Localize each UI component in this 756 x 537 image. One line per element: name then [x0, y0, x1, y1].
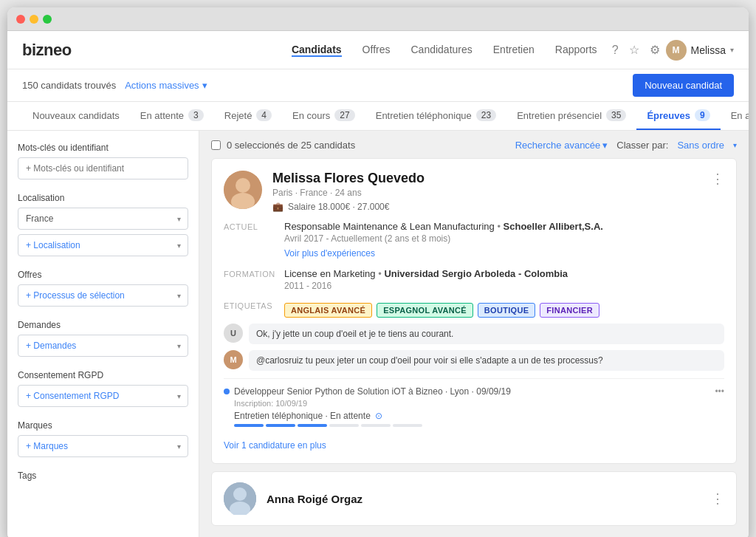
nav-item-offres[interactable]: Offres: [362, 44, 391, 57]
candidate-location: Paris · France · 24 ans: [272, 188, 701, 198]
etiquette-anglais: ANGLAIS AVANCÉ: [284, 303, 372, 318]
tab-label: En attente: [140, 110, 184, 121]
maximize-button[interactable]: [43, 15, 52, 24]
tab-label: Entretien téléphonique: [376, 110, 472, 121]
comment-avatar-1: U: [224, 324, 243, 343]
candidates-count: 150 candidats trouvés: [22, 80, 116, 91]
tab-label: Épreuves: [647, 110, 690, 121]
candidature-job-text: Développeur Senior Python de Solution iO…: [234, 386, 511, 397]
candidature-job: Développeur Senior Python de Solution iO…: [224, 386, 724, 397]
help-icon[interactable]: ?: [612, 44, 619, 57]
filter-label-demandes: Demandes: [18, 320, 188, 330]
tab-label: Rejeté: [224, 110, 252, 121]
progress-bar-2: [266, 424, 295, 427]
salary-text: Salaire 18.000€ · 27.000€: [288, 202, 389, 212]
settings-icon[interactable]: ⚙: [650, 43, 660, 57]
content-area: 0 seleccionés de 25 candidats Recherche …: [199, 131, 749, 537]
candidature-more-button[interactable]: •••: [715, 386, 724, 397]
nav-item-candidats[interactable]: Candidats: [292, 44, 342, 57]
etiquette-financier: FINANCIER: [540, 303, 599, 318]
user-badge[interactable]: M Melissa ▾: [666, 40, 734, 61]
filter-group-offres: Offres + Processus de sélection ▾: [18, 270, 188, 307]
second-candidate-info: Anna Roigé Orgaz: [267, 493, 362, 505]
actuel-content: Responsable Maintenance & Lean Manufactu…: [284, 221, 724, 259]
voir-candidature-link[interactable]: Voir 1 candidature en plus: [224, 440, 326, 451]
chevron-down-icon: ▾: [733, 141, 737, 149]
nav-icons: ? ☆ ⚙: [612, 43, 660, 57]
marques-select-wrapper: + Marques ▾: [18, 435, 188, 457]
consentement-select-wrapper: + Consentement RGPD ▾: [18, 385, 188, 407]
mots-cles-input[interactable]: [18, 157, 188, 179]
tab-label: Nouveaux candidats: [32, 110, 120, 121]
dot-icon: [224, 389, 230, 394]
chevron-down-icon: ▾: [202, 80, 207, 91]
formation-title: License en Marketing • Universidad Sergi…: [284, 268, 724, 279]
chevron-down-icon: ▾: [602, 140, 608, 151]
chevron-down-icon: ▾: [730, 46, 734, 54]
tab-epreuves[interactable]: Épreuves 9: [636, 102, 720, 130]
comment-row-1: U Ok, j'y jette un coup d'oeil et je te …: [224, 324, 724, 344]
tab-label: En cours: [292, 110, 330, 121]
sidebar: Mots-clés ou identifiant Localisation Fr…: [7, 131, 199, 537]
tab-en-cours[interactable]: En cours 27: [282, 102, 365, 130]
tab-label: En attente: [731, 110, 749, 121]
tab-en-attente-1[interactable]: En attente 3: [130, 102, 214, 130]
formation-label: FORMATION: [224, 268, 275, 291]
actions-massives-label: Actions massives: [125, 80, 199, 91]
candidate-avatar: [224, 171, 262, 209]
traffic-lights: [16, 15, 52, 24]
main-layout: Mots-clés ou identifiant Localisation Fr…: [7, 131, 749, 537]
nav-items: Candidats Offres Candidatures Entretien …: [292, 44, 597, 57]
etiquette-boutique: BOUTIQUE: [478, 303, 535, 318]
actuel-periode: Avril 2017 - Actuellement (2 ans et 8 mo…: [284, 233, 724, 244]
candidature-status-text: Entretien téléphonique · En attente: [234, 411, 371, 421]
tab-entretien-telephonique[interactable]: Entretien téléphonique 23: [365, 102, 506, 130]
localisation2-select[interactable]: + Localisation: [18, 234, 188, 256]
tab-nouveaux-candidats[interactable]: Nouveaux candidats: [22, 102, 130, 130]
recherche-avancee-button[interactable]: Recherche avancée ▾: [515, 140, 608, 151]
nav-item-candidatures[interactable]: Candidatures: [410, 44, 472, 57]
demandes-select[interactable]: + Demandes: [18, 335, 188, 357]
nav-item-entretien[interactable]: Entretien: [493, 44, 535, 57]
voir-plus-experiences-link[interactable]: Voir plus d'expériences: [284, 248, 375, 259]
offres-select[interactable]: + Processus de sélection: [18, 284, 188, 307]
candidate-name: Melissa Flores Quevedo: [272, 171, 701, 186]
nav-item-rapports[interactable]: Rapports: [555, 44, 597, 57]
select-all-area: 0 seleccionés de 25 candidats: [211, 140, 355, 151]
close-button[interactable]: [16, 15, 25, 24]
star-icon[interactable]: ☆: [629, 43, 639, 57]
etiquettes-label: ETIQUETAS: [224, 300, 275, 318]
toolbar-right: Recherche avancée ▾ Classer par: Sans or…: [515, 140, 737, 151]
etiquette-espagnol: ESPAGNOL AVANCÉ: [377, 303, 473, 318]
second-card-more-button[interactable]: ⋮: [711, 490, 724, 507]
more-options-button[interactable]: ⋮: [711, 171, 724, 187]
candidate-salary: 💼 Salaire 18.000€ · 27.000€: [272, 202, 701, 212]
tab-count: 35: [606, 109, 626, 121]
content-toolbar: 0 seleccionés de 25 candidats Recherche …: [211, 140, 737, 151]
tabs-bar: Nouveaux candidats En attente 3 Rejeté 4…: [7, 102, 749, 131]
minimize-button[interactable]: [30, 15, 38, 24]
localisation-select[interactable]: France: [18, 208, 188, 230]
filter-group-localisation: Localisation France ▾ + Localisation ▾: [18, 193, 188, 256]
sans-ordre-button[interactable]: Sans ordre: [677, 140, 724, 151]
actuel-section: ACTUEL Responsable Maintenance & Lean Ma…: [224, 221, 724, 259]
select-all-checkbox[interactable]: [211, 140, 221, 150]
comment-bubble-2: @carlosruiz tu peux jeter un coup d'oeil…: [249, 350, 724, 371]
status-link[interactable]: ⊙: [375, 411, 382, 421]
candidature-row: Développeur Senior Python de Solution iO…: [224, 378, 724, 434]
tab-entretien-presenciel[interactable]: Entretien présenciel 35: [506, 102, 636, 130]
actions-massives-button[interactable]: Actions massives ▾: [125, 80, 207, 91]
tab-rejete[interactable]: Rejeté 4: [214, 102, 282, 130]
tab-en-attente-2[interactable]: En attente 3: [721, 102, 749, 130]
filter-group-mots-cles: Mots-clés ou identifiant: [18, 143, 188, 179]
svg-point-1: [236, 178, 250, 193]
progress-bar-4: [329, 424, 359, 427]
logo: bizneo: [22, 41, 72, 60]
nouveau-candidat-button[interactable]: Nouveau candidat: [633, 74, 734, 97]
subbar: 150 candidats trouvés Actions massives ▾…: [7, 69, 749, 102]
top-nav: bizneo Candidats Offres Candidatures Ent…: [7, 31, 749, 69]
comment-avatar-2: M: [224, 350, 243, 369]
recherche-avancee-label: Recherche avancée: [515, 140, 601, 151]
marques-select[interactable]: + Marques: [18, 435, 188, 457]
consentement-select[interactable]: + Consentement RGPD: [18, 385, 188, 407]
